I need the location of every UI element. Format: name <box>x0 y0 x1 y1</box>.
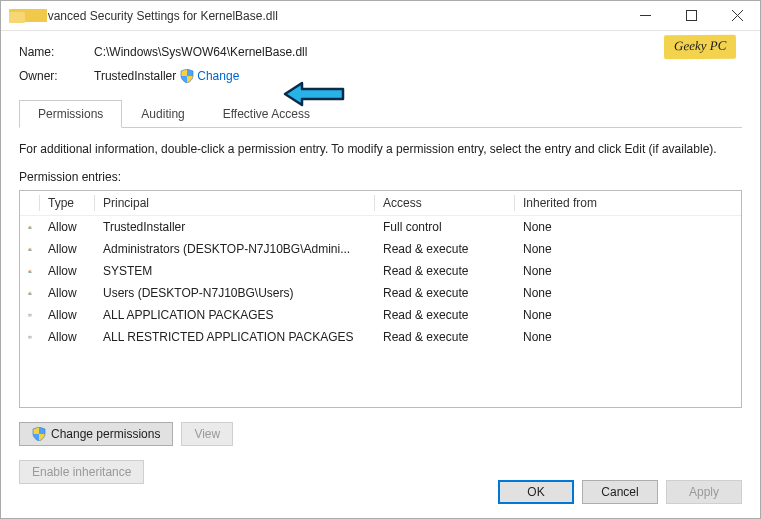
permission-rows: AllowTrustedInstallerFull controlNoneAll… <box>20 216 741 348</box>
col-header-access[interactable]: Access <box>375 191 515 215</box>
cell-type: Allow <box>40 284 95 302</box>
svg-point-1 <box>29 226 30 227</box>
shield-icon <box>32 427 46 441</box>
table-row[interactable]: AllowALL APPLICATION PACKAGESRead & exec… <box>20 304 741 326</box>
cell-principal: TrustedInstaller <box>95 218 375 236</box>
cell-access: Read & execute <box>375 284 515 302</box>
cell-access: Read & execute <box>375 306 515 324</box>
svg-point-8 <box>30 292 31 293</box>
cell-access: Read & execute <box>375 240 515 258</box>
table-row[interactable]: AllowTrustedInstallerFull controlNone <box>20 216 741 238</box>
cell-access: Read & execute <box>375 262 515 280</box>
change-link-label: Change <box>197 69 239 83</box>
tab-permissions[interactable]: Permissions <box>19 100 122 128</box>
cell-access: Full control <box>375 218 515 236</box>
svg-point-2 <box>30 226 31 227</box>
permission-buttons: Change permissions View <box>19 422 742 446</box>
cell-principal: Administrators (DESKTOP-N7J10BG\Admini..… <box>95 240 375 258</box>
window-title: Advanced Security Settings for KernelBas… <box>33 9 622 23</box>
principal-icon <box>20 306 40 324</box>
svg-point-3 <box>29 248 30 249</box>
svg-rect-12 <box>29 336 32 337</box>
svg-point-5 <box>29 270 30 271</box>
cell-access: Read & execute <box>375 328 515 346</box>
table-row[interactable]: AllowSYSTEMRead & executeNone <box>20 260 741 282</box>
cell-principal: ALL RESTRICTED APPLICATION PACKAGES <box>95 328 375 346</box>
change-owner-link[interactable]: Change <box>180 69 239 83</box>
svg-point-7 <box>29 292 30 293</box>
tab-strip: Permissions Auditing Effective Access <box>19 99 742 128</box>
ok-button[interactable]: OK <box>498 480 574 504</box>
owner-row: Owner: TrustedInstaller Change <box>19 69 742 83</box>
minimize-button[interactable] <box>622 1 668 31</box>
permission-list-header: Type Principal Access Inherited from <box>20 191 741 216</box>
view-button[interactable]: View <box>181 422 233 446</box>
tab-effective-access[interactable]: Effective Access <box>204 100 329 128</box>
owner-value: TrustedInstaller <box>94 69 176 83</box>
folder-icon <box>9 9 25 23</box>
owner-label: Owner: <box>19 69 94 83</box>
cell-inherited: None <box>515 328 741 346</box>
close-button[interactable] <box>714 1 760 31</box>
principal-icon <box>20 262 40 280</box>
table-row[interactable]: AllowAdministrators (DESKTOP-N7J10BG\Adm… <box>20 238 741 260</box>
principal-icon <box>20 284 40 302</box>
dialog-footer-buttons: OK Cancel Apply <box>498 480 742 504</box>
col-header-icon[interactable] <box>20 191 40 215</box>
svg-point-6 <box>30 270 31 271</box>
description-text: For additional information, double-click… <box>19 142 742 156</box>
cell-type: Allow <box>40 240 95 258</box>
cell-principal: Users (DESKTOP-N7J10BG\Users) <box>95 284 375 302</box>
change-permissions-label: Change permissions <box>51 427 160 441</box>
enable-inheritance-button[interactable]: Enable inheritance <box>19 460 144 484</box>
cell-type: Allow <box>40 306 95 324</box>
name-row: Name: C:\Windows\SysWOW64\KernelBase.dll <box>19 45 742 59</box>
maximize-button[interactable] <box>668 1 714 31</box>
svg-rect-10 <box>29 314 32 315</box>
content-area: Name: C:\Windows\SysWOW64\KernelBase.dll… <box>1 31 760 498</box>
tab-auditing[interactable]: Auditing <box>122 100 203 128</box>
col-header-principal[interactable]: Principal <box>95 191 375 215</box>
cell-type: Allow <box>40 328 95 346</box>
tab-content: For additional information, double-click… <box>19 128 742 484</box>
principal-icon <box>20 218 40 236</box>
principal-icon <box>20 240 40 258</box>
cell-type: Allow <box>40 262 95 280</box>
col-header-inherited[interactable]: Inherited from <box>515 191 741 215</box>
titlebar: Advanced Security Settings for KernelBas… <box>1 1 760 31</box>
name-value: C:\Windows\SysWOW64\KernelBase.dll <box>94 45 307 59</box>
cancel-button[interactable]: Cancel <box>582 480 658 504</box>
name-label: Name: <box>19 45 94 59</box>
cell-type: Allow <box>40 218 95 236</box>
col-header-type[interactable]: Type <box>40 191 95 215</box>
cell-inherited: None <box>515 240 741 258</box>
shield-icon <box>180 69 194 83</box>
cell-inherited: None <box>515 306 741 324</box>
cell-inherited: None <box>515 218 741 236</box>
security-settings-window: Advanced Security Settings for KernelBas… <box>0 0 761 519</box>
cell-principal: ALL APPLICATION PACKAGES <box>95 306 375 324</box>
window-controls <box>622 1 760 31</box>
table-row[interactable]: AllowUsers (DESKTOP-N7J10BG\Users)Read &… <box>20 282 741 304</box>
apply-button[interactable]: Apply <box>666 480 742 504</box>
permission-entries-label: Permission entries: <box>19 170 742 184</box>
table-row[interactable]: AllowALL RESTRICTED APPLICATION PACKAGES… <box>20 326 741 348</box>
watermark-badge: Geeky PC <box>664 35 737 60</box>
cell-inherited: None <box>515 284 741 302</box>
cell-inherited: None <box>515 262 741 280</box>
principal-icon <box>20 328 40 346</box>
change-permissions-button[interactable]: Change permissions <box>19 422 173 446</box>
cell-principal: SYSTEM <box>95 262 375 280</box>
permission-list: Type Principal Access Inherited from All… <box>19 190 742 408</box>
svg-rect-0 <box>686 11 696 21</box>
svg-point-4 <box>30 248 31 249</box>
